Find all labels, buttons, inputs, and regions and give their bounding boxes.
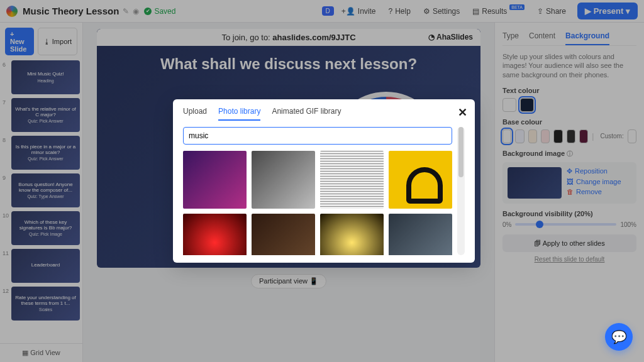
library-image[interactable]: [183, 151, 247, 209]
library-image[interactable]: [183, 214, 247, 255]
modal-tab-photo-library[interactable]: Photo library: [218, 107, 260, 121]
library-image[interactable]: [389, 214, 452, 255]
modal-tab-gif-library[interactable]: Animated GIF library: [272, 107, 341, 121]
modal-tab-upload[interactable]: Upload: [183, 107, 207, 121]
chat-bubble-button[interactable]: 💬: [605, 323, 633, 351]
modal-scrollbar[interactable]: [457, 127, 465, 255]
image-library-modal: ✕ Upload Photo library Animated GIF libr…: [173, 99, 475, 263]
library-image[interactable]: [320, 214, 384, 255]
scrollbar-thumb[interactable]: [458, 127, 464, 177]
library-image[interactable]: [389, 151, 452, 209]
library-image[interactable]: [320, 151, 384, 209]
library-image[interactable]: [252, 214, 315, 255]
library-search-input[interactable]: [183, 127, 452, 145]
library-grid: [183, 151, 452, 255]
library-image[interactable]: [252, 151, 315, 209]
close-icon[interactable]: ✕: [458, 106, 467, 119]
